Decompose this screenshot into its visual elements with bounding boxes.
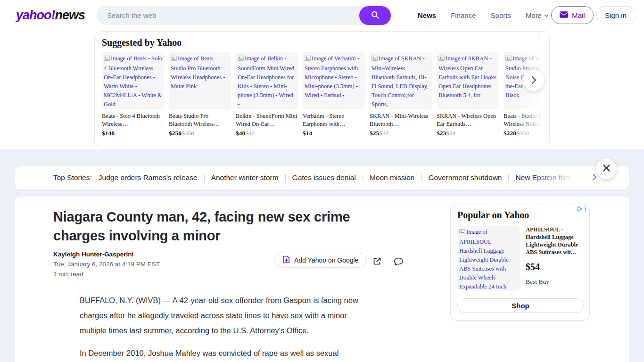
shop-button[interactable]: Shop xyxy=(457,298,584,313)
product-title: Beats - Studio Pro Wireless Noise… xyxy=(504,112,550,128)
article-headline: Niagara County man, 42, facing new sex c… xyxy=(53,207,383,245)
adchoices-icon[interactable] xyxy=(577,206,583,214)
divider xyxy=(508,174,509,181)
product-card[interactable]: Image of Beats Studio Pro - Wireless Noi… xyxy=(504,52,550,137)
product-alt-text: Image of Beats - Solo 4 Bluetooth Wirele… xyxy=(104,55,162,107)
mail-icon xyxy=(560,11,568,19)
product-price: $250 xyxy=(169,130,182,137)
story-link[interactable]: Judge orders Ramos's release xyxy=(99,173,198,182)
story-link[interactable]: Another winter storm xyxy=(211,173,279,182)
yahoo-news-logo[interactable]: yahoo!news xyxy=(16,8,85,23)
yahoo-news-page: yahoo!news News Finance Sports More xyxy=(0,0,644,362)
story-link[interactable]: New Epstein files xyxy=(515,173,571,182)
product-title: Beats Studio Pro Bluetooth Wireless… xyxy=(169,112,231,128)
top-stories-bar: Top Stories: Judge orders Ramos's releas… xyxy=(15,166,629,189)
product-image-placeholder: Image of Verbatim - Stereo Earphones wit… xyxy=(303,52,365,109)
comment-bubble-icon xyxy=(394,257,404,267)
mail-label: Mail xyxy=(572,11,585,19)
product-price: $228 xyxy=(504,130,516,137)
product-price: $23 xyxy=(437,130,446,137)
broken-image-icon xyxy=(171,55,177,64)
product-alt-text: Image of Belkin - SoundForm Mini Wired O… xyxy=(238,55,294,107)
ad-options-icon[interactable] xyxy=(545,33,546,40)
product-price: $25 xyxy=(370,130,379,137)
divider xyxy=(363,174,363,181)
byline: Kayleigh Hunter-Gasperini Tue, January 6… xyxy=(53,251,160,278)
product-image-placeholder: Image of Belkin - SoundForm Mini Wired O… xyxy=(236,52,298,109)
search-input[interactable] xyxy=(107,6,352,24)
nav-item-news[interactable]: News xyxy=(418,11,436,19)
logo-news-text: news xyxy=(55,8,85,22)
signin-button[interactable]: Sign in xyxy=(596,6,636,24)
product-price: $40 xyxy=(236,130,245,137)
divider xyxy=(421,174,422,181)
adchoices-icon[interactable] xyxy=(537,33,543,42)
carousel-next-button[interactable] xyxy=(523,70,545,91)
broken-image-icon xyxy=(438,55,445,64)
product-card[interactable]: Image of Verbatim - Stereo Earphones wit… xyxy=(303,52,365,137)
product-title: APRILSOUL - Hardshell Luggage Lightweigh… xyxy=(526,226,588,256)
carousel-title: Suggested by Yahoo xyxy=(102,37,182,48)
top-stories-label: Top Stories: xyxy=(53,173,92,182)
product-title: Belkin - SoundForm Mini Wired On-Ear… xyxy=(236,112,298,128)
broken-image-icon xyxy=(505,55,512,64)
story-link[interactable]: Government shutdown xyxy=(429,173,502,182)
product-title: Verbatim - Stereo Earphones with… xyxy=(303,112,365,128)
author-name[interactable]: Kayleigh Hunter-Gasperini xyxy=(53,251,160,258)
story-link[interactable]: Gates issues denial xyxy=(292,173,356,182)
product-title: Beats - Solo 4 Bluetooth Wireless… xyxy=(102,112,164,128)
divider xyxy=(285,174,286,181)
product-old-price: $350 xyxy=(516,130,529,137)
read-time: 1 min read xyxy=(53,271,160,278)
comments-button[interactable] xyxy=(391,255,405,269)
product-card[interactable]: Image of Beats - Solo 4 Bluetooth Wirele… xyxy=(102,52,164,137)
logo-yahoo-text: yahoo! xyxy=(16,8,55,22)
broken-image-icon xyxy=(238,55,244,64)
product-alt-text: Image of Verbatim - Stereo Earphones wit… xyxy=(305,55,359,99)
product-old-price: $37 xyxy=(379,130,388,137)
mail-button[interactable]: Mail xyxy=(551,6,594,24)
product-card[interactable]: Image of Belkin - SoundForm Mini Wired O… xyxy=(236,52,298,137)
primary-nav: News Finance Sports More xyxy=(418,0,549,30)
chevron-right-icon xyxy=(592,174,596,182)
sidebar-ad: Popular on Yahoo Image of APRILSOUL - Ha… xyxy=(450,204,590,321)
publish-date: Tue, January 6, 2026 at 4:19 PM EST xyxy=(53,261,160,268)
product-alt-text: Image of SKRAN - Wireless Open Ear Earbu… xyxy=(438,55,496,99)
share-button[interactable] xyxy=(370,255,384,269)
article-paragraph: In December 2010, Joshua Mahley was conv… xyxy=(80,346,371,361)
nav-item-sports[interactable]: Sports xyxy=(491,11,511,19)
nav-item-more[interactable]: More xyxy=(526,11,549,19)
product-cards-row: Image of Beats - Solo 4 Bluetooth Wirele… xyxy=(102,52,550,137)
nav-item-finance[interactable]: Finance xyxy=(451,11,476,19)
ad-flags xyxy=(537,33,546,42)
product-store: Best Buy xyxy=(526,278,588,286)
product-title: SKRAN - Mini-Wireless Bluetooth… xyxy=(370,112,432,128)
broken-image-icon xyxy=(372,55,378,64)
story-link[interactable]: Moon mission xyxy=(370,173,415,182)
ad-options-icon[interactable] xyxy=(585,206,586,212)
broken-image-icon xyxy=(459,229,465,237)
product-price: $14 xyxy=(303,130,312,137)
sidebar-product[interactable]: Image of APRILSOUL - Hardshell Luggage L… xyxy=(457,226,588,291)
close-button[interactable] xyxy=(596,158,617,179)
product-old-price: $34 xyxy=(446,130,455,137)
article-body: BUFFALO, N.Y. (WIVB) — A 42-year-old sex… xyxy=(80,293,371,362)
product-image-placeholder: Image of SKRAN - Mini-Wireless Bluetooth… xyxy=(370,52,432,109)
product-card[interactable]: Image of SKRAN - Wireless Open Ear Earbu… xyxy=(437,52,499,137)
product-card[interactable]: Image of SKRAN - Mini-Wireless Bluetooth… xyxy=(370,52,432,137)
search-button[interactable] xyxy=(359,6,391,25)
product-old-price: $350 xyxy=(182,130,194,137)
product-image-placeholder: Image of APRILSOUL - Hardshell Luggage L… xyxy=(457,226,520,291)
chevron-right-icon xyxy=(531,76,536,85)
signin-label: Sign in xyxy=(605,11,627,19)
search-icon xyxy=(371,11,379,20)
ad-flags xyxy=(577,206,586,214)
product-image-placeholder: Image of Beats - Solo 4 Bluetooth Wirele… xyxy=(102,52,164,109)
close-icon xyxy=(602,164,611,174)
sidebar-ad-title: Popular on Yahoo xyxy=(457,210,529,221)
divider xyxy=(204,174,205,181)
add-google-icon xyxy=(283,255,290,265)
product-image-placeholder: Image of SKRAN - Wireless Open Ear Earbu… xyxy=(437,52,499,109)
product-card[interactable]: Image of Beats Studio Pro Bluetooth Wire… xyxy=(169,52,231,137)
add-yahoo-google-button[interactable]: Add Yahoo on Google xyxy=(275,253,367,268)
